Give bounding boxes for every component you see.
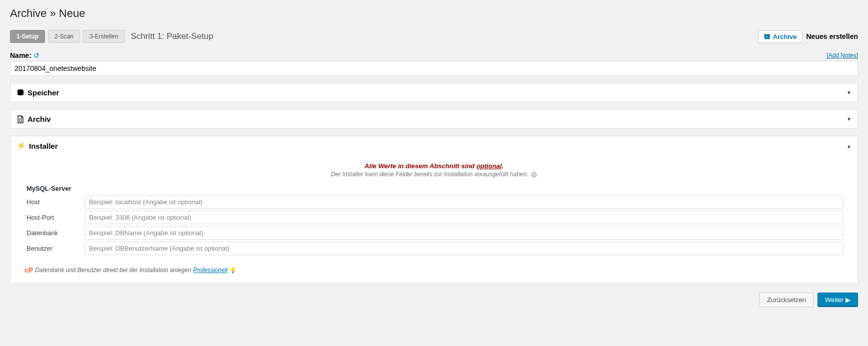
- step-tabs-row: 1-Setup 2-Scan 3-Erstellen Schritt 1: Pa…: [10, 27, 858, 46]
- next-button[interactable]: Weiter ▶: [818, 293, 858, 307]
- host-input[interactable]: [84, 195, 844, 209]
- installer-note: Alle Werte in diesem Abschnitt sind opti…: [24, 162, 844, 178]
- tab-setup[interactable]: 1-Setup: [10, 30, 45, 43]
- step-title: Schritt 1: Paket-Setup: [130, 31, 213, 41]
- database-input[interactable]: [84, 226, 844, 240]
- database-label: Datenbank: [24, 229, 84, 237]
- mysql-section-label: MySQL-Server: [26, 185, 844, 192]
- host-port-input[interactable]: [84, 211, 844, 224]
- installer-panel-body: Alle Werte in diesem Abschnitt sind opti…: [10, 155, 858, 283]
- installer-note-line1-post: .: [502, 162, 504, 170]
- add-notes-link[interactable]: [Add Notes]: [826, 52, 858, 59]
- installer-note-line1-pre: Alle Werte in diesem Abschnitt sind: [364, 162, 476, 170]
- database-icon: [16, 89, 24, 97]
- package-icon: [764, 33, 770, 40]
- file-archive-icon: [16, 115, 24, 123]
- archive-panel: Archiv ▼: [10, 109, 858, 129]
- svg-rect-1: [764, 35, 770, 39]
- svg-rect-2: [766, 36, 768, 37]
- reset-name-icon[interactable]: ↺: [34, 51, 40, 59]
- host-port-label: Host-Port: [24, 214, 84, 221]
- archive-button[interactable]: Archive: [758, 30, 802, 43]
- installer-panel-header[interactable]: ⚡ Installer ▲: [10, 136, 858, 155]
- professional-link[interactable]: Professionell: [193, 267, 228, 274]
- package-name-input[interactable]: [10, 61, 858, 76]
- installer-note-line2: Der Installer kann diese Felder bereits …: [331, 171, 528, 178]
- installer-note-line1-bold: optional: [476, 162, 502, 170]
- archive-panel-title: Archiv: [28, 115, 51, 123]
- page-title: Archive » Neue: [10, 0, 858, 27]
- footnote-text: Datenbank und Benutzer direkt bei der In…: [35, 267, 191, 274]
- tab-scan[interactable]: 2-Scan: [48, 30, 80, 43]
- chevron-up-icon: ▲: [846, 143, 852, 149]
- create-new-label[interactable]: Neues erstellen: [806, 32, 858, 40]
- archive-panel-header[interactable]: Archiv ▼: [10, 110, 858, 128]
- reset-button[interactable]: Zurücksetzen: [760, 293, 814, 307]
- lightbulb-icon: 💡: [230, 267, 236, 274]
- name-label: Name:: [10, 51, 32, 59]
- storage-panel: Speicher ▼: [10, 83, 858, 102]
- user-label: Benutzer: [24, 245, 84, 252]
- name-row: Name: ↺ [Add Notes]: [10, 50, 858, 61]
- installer-panel-title: Installer: [29, 142, 58, 150]
- field-database: Datenbank: [24, 226, 844, 240]
- host-label: Host: [24, 198, 84, 206]
- cpanel-footnote: cP Datenbank und Benutzer direkt bei der…: [24, 266, 844, 274]
- svg-rect-0: [764, 34, 770, 36]
- storage-panel-header[interactable]: Speicher ▼: [10, 83, 858, 102]
- tab-build[interactable]: 3-Erstellen: [83, 30, 124, 43]
- bottom-buttons: Zurücksetzen Weiter ▶: [10, 293, 858, 307]
- chevron-down-icon: ▼: [846, 90, 852, 95]
- top-right-actions: Archive Neues erstellen: [758, 30, 858, 43]
- field-user: Benutzer: [24, 242, 844, 255]
- bolt-icon: ⚡: [16, 141, 26, 150]
- help-icon[interactable]: ?: [531, 172, 537, 178]
- installer-panel: ⚡ Installer ▲ Alle Werte in diesem Absch…: [10, 136, 858, 284]
- field-host: Host: [24, 195, 844, 209]
- field-host-port: Host-Port: [24, 211, 844, 224]
- user-input[interactable]: [84, 242, 844, 255]
- svg-rect-4: [20, 119, 22, 121]
- archive-button-label: Archive: [773, 33, 797, 40]
- storage-panel-title: Speicher: [28, 88, 59, 97]
- cpanel-icon: cP: [24, 266, 33, 274]
- chevron-down-icon: ▼: [846, 116, 852, 122]
